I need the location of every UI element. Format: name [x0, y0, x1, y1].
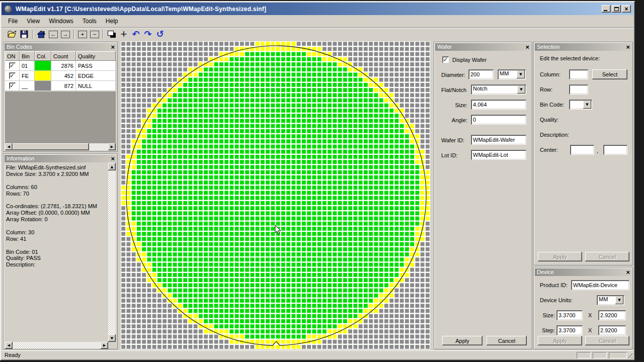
- product-id-input[interactable]: [571, 280, 629, 290]
- menu-tools[interactable]: Tools: [78, 16, 101, 26]
- wafer-cancel-button[interactable]: Cancel: [487, 336, 527, 345]
- selection-cancel-button[interactable]: Cancel: [585, 252, 629, 261]
- menu-file[interactable]: File: [4, 16, 22, 26]
- maximize-icon: [614, 7, 619, 11]
- wafer-size-input[interactable]: [471, 100, 526, 110]
- table-row[interactable]: ✓FE452EDGE: [5, 71, 116, 81]
- crosshair-button[interactable]: +: [118, 29, 130, 40]
- selection-apply-button[interactable]: Apply: [538, 252, 582, 261]
- device-size-y-input[interactable]: [598, 310, 626, 320]
- selection-title-text: Selection: [537, 44, 559, 50]
- information-title-text: Information: [7, 155, 34, 161]
- maximize-button[interactable]: [612, 5, 621, 13]
- scroll-down-icon[interactable]: ▼: [108, 334, 116, 342]
- chevron-down-icon[interactable]: ▼: [583, 101, 591, 109]
- table-row[interactable]: ✓012876PASS: [5, 61, 116, 71]
- display-wafer-checkbox[interactable]: ✓: [442, 56, 449, 63]
- menu-windows[interactable]: Windows: [44, 16, 78, 26]
- column-input[interactable]: [569, 69, 588, 79]
- title-bar: WMapEdit v1.17 [C:\Users\stevedb\AppData…: [2, 3, 633, 15]
- center-comma: ,: [597, 148, 598, 154]
- column-label: Column:: [540, 71, 560, 77]
- scroll-right-icon[interactable]: ▶: [108, 143, 116, 150]
- col-header-count[interactable]: Count: [51, 51, 76, 61]
- open-file-button[interactable]: [6, 29, 18, 40]
- col-header-quality[interactable]: Quality: [76, 51, 116, 61]
- bin-enabled-checkbox[interactable]: ✓: [9, 72, 16, 79]
- scroll-left-icon[interactable]: ◀: [5, 342, 13, 349]
- diameter-input[interactable]: [468, 69, 494, 79]
- information-line: Array Rotation: 0: [6, 216, 107, 223]
- device-step-x-input[interactable]: [556, 325, 583, 335]
- wafer-close-icon[interactable]: ×: [525, 43, 529, 51]
- information-line: Columns: 60: [6, 184, 107, 191]
- wafer-title-text: Wafer: [437, 44, 452, 50]
- chevron-down-icon[interactable]: ▼: [517, 70, 525, 78]
- layers-button[interactable]: [106, 29, 118, 40]
- plus-icon: +: [78, 31, 87, 38]
- bin-enabled-checkbox[interactable]: ✓: [9, 82, 16, 89]
- home-button[interactable]: [35, 29, 47, 40]
- scroll-right-icon[interactable]: ▶: [101, 342, 108, 349]
- chevron-down-icon[interactable]: ▼: [615, 296, 623, 304]
- minimize-button[interactable]: [602, 5, 611, 13]
- product-id-label: Product ID:: [540, 282, 568, 288]
- status-panel: [609, 352, 627, 358]
- scroll-up-icon[interactable]: ▲: [108, 163, 116, 170]
- information-hscrollbar[interactable]: ◀ ▶: [5, 342, 108, 349]
- bin-enabled-checkbox[interactable]: ✓: [9, 62, 16, 69]
- menu-help[interactable]: Help: [101, 16, 123, 26]
- information-line: File: WMapEdit-Synthesized.sinf: [6, 164, 107, 171]
- diameter-units-select[interactable]: MM ▼: [498, 69, 526, 79]
- bin-count-cell: 452: [51, 71, 76, 81]
- information-vscrollbar[interactable]: ▲ ▼: [108, 163, 116, 342]
- information-close-icon[interactable]: ×: [111, 155, 115, 162]
- menu-view[interactable]: View: [22, 16, 44, 26]
- information-line: [6, 242, 107, 249]
- zoom-out-button[interactable]: −: [89, 29, 101, 40]
- bin-quality-cell: PASS: [76, 61, 116, 71]
- device-panel: Device × Product ID: Device Units: MM ▼ …: [533, 267, 633, 349]
- bin-codes-hscrollbar[interactable]: ◀ ▶: [5, 143, 116, 150]
- angle-input[interactable]: [471, 115, 526, 125]
- information-line: Co-ordinates: (2.2781, -18.2321) MM: [6, 203, 107, 210]
- lot-id-input[interactable]: [471, 150, 526, 160]
- flat-notch-select[interactable]: Notch ▼: [471, 84, 526, 95]
- hscroll-thumb[interactable]: [13, 143, 89, 150]
- device-close-icon[interactable]: ×: [626, 268, 630, 276]
- device-cancel-button[interactable]: Cancel: [585, 336, 629, 345]
- row-input[interactable]: [569, 84, 588, 95]
- device-units-select[interactable]: MM ▼: [597, 295, 624, 305]
- bin-code-select[interactable]: ▼: [569, 100, 592, 110]
- col-header-on[interactable]: ON: [5, 51, 20, 61]
- center-x-input[interactable]: [570, 145, 594, 155]
- toolbar-separator: [73, 30, 74, 39]
- close-button[interactable]: ×: [622, 5, 631, 13]
- wafer-apply-button[interactable]: Apply: [442, 336, 482, 345]
- save-button[interactable]: [18, 29, 30, 40]
- table-row[interactable]: ✓__872NULL: [5, 81, 116, 91]
- flat-notch-value: Notch: [473, 85, 488, 92]
- center-y-input[interactable]: [603, 145, 627, 155]
- chevron-down-icon[interactable]: ▼: [517, 85, 525, 94]
- col-header-bin[interactable]: Bin: [20, 51, 35, 61]
- device-size-x-input[interactable]: [556, 310, 583, 320]
- status-panel: [593, 352, 607, 358]
- selection-close-icon[interactable]: ×: [626, 43, 630, 51]
- zoom-in-button[interactable]: +: [76, 29, 89, 40]
- undo-button[interactable]: ↶: [130, 29, 142, 40]
- device-apply-button[interactable]: Apply: [538, 336, 582, 345]
- pan-right-button[interactable]: →: [59, 29, 71, 40]
- size-x-separator: X: [588, 312, 592, 318]
- display-wafer-label: Display Wafer: [452, 57, 487, 63]
- wafer-map-canvas[interactable]: [121, 41, 430, 349]
- bin-codes-close-icon[interactable]: ×: [111, 43, 115, 51]
- wafer-id-input[interactable]: [471, 135, 526, 145]
- redo-button[interactable]: ↷: [142, 29, 154, 40]
- device-step-y-input[interactable]: [598, 325, 626, 335]
- undo-all-button[interactable]: ↺: [154, 29, 166, 40]
- pan-left-button[interactable]: ←: [47, 29, 59, 40]
- select-button[interactable]: Select: [592, 69, 627, 79]
- scroll-left-icon[interactable]: ◀: [5, 143, 13, 150]
- col-header-col[interactable]: Col.: [35, 51, 51, 61]
